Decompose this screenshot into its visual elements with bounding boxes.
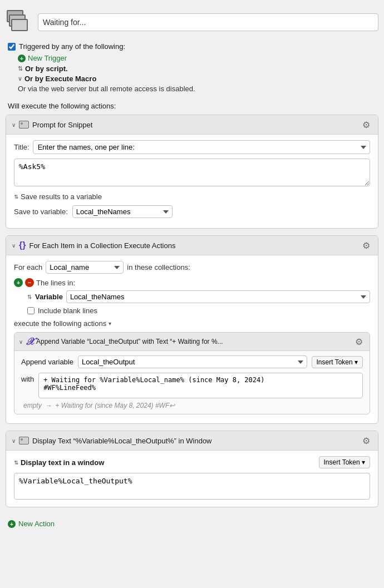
execute-macro-expand-icon: ∨ — [18, 75, 22, 82]
append-variable-icon: 𝒳 — [26, 336, 33, 348]
macro-title-input[interactable] — [38, 13, 378, 31]
action-card-display-text: ∨ Display Text “%Variable%Local_theOutpu… — [6, 431, 378, 507]
collapse-arrow-2[interactable]: ∨ — [12, 243, 16, 249]
variable-row: ⇅ Variable Local_theNames — [27, 290, 370, 303]
title-select[interactable]: Enter the names, one per line: — [33, 140, 370, 154]
for-each-variable-select[interactable]: Local_name — [46, 261, 124, 274]
new-trigger-label: New Trigger — [28, 54, 67, 62]
by-script-label: Or by script. — [25, 65, 68, 73]
the-lines-in-label: The lines in: — [36, 279, 75, 287]
variable-label-bold: Variable — [35, 293, 63, 301]
include-blank-lines-row: Include blank lines — [27, 307, 370, 315]
trigger-header: Triggered by any of the following: — [8, 42, 376, 51]
action-body-for-each: For each Local_name in these collections… — [6, 255, 378, 423]
append-variable-select[interactable]: Local_theOutput — [78, 355, 307, 368]
with-textarea[interactable] — [38, 373, 363, 398]
action-body-prompt-snippet: Title: Enter the names, one per line: ⇅ … — [6, 135, 378, 228]
new-action-row[interactable]: + New Action — [0, 514, 384, 533]
save-results-expand-icon: ⇅ — [14, 194, 18, 200]
display-expand-icon: ⇅ — [14, 459, 18, 466]
nested-action-header-append: ∨ 𝒳 Append Variable “Local_theOutput” wi… — [14, 333, 370, 351]
by-execute-macro-label: Or by Execute Macro — [24, 75, 96, 83]
gear-icon-1: ⚙ — [362, 120, 370, 130]
execute-actions-label: execute the following actions — [14, 319, 106, 328]
title-label: Title: — [14, 143, 29, 151]
for-each-row: For each Local_name in these collections… — [14, 261, 370, 274]
for-each-label: For each — [14, 263, 42, 271]
with-label: with — [21, 373, 34, 383]
preview-empty-label: empty — [23, 402, 42, 409]
action-body-display-text: ⇅ Display text in a window Insert Token … — [6, 451, 378, 507]
new-action-label: New Action — [18, 520, 55, 528]
by-execute-macro-row: ∨ Or by Execute Macro — [18, 75, 376, 83]
gear-icon-3: ⚙ — [362, 436, 370, 446]
preview-row: empty → + Waiting for (since May 8, 2024… — [21, 402, 363, 409]
script-expand-icon: ⇅ — [18, 65, 23, 72]
nested-action-body-append: Append variable Local_theOutput Insert T… — [14, 351, 370, 414]
variable-expand-icon: ⇅ — [27, 294, 32, 300]
save-variable-select[interactable]: Local_theNames — [72, 205, 173, 218]
nested-action-title-append: Append Variable “Local_theOutput” with T… — [36, 338, 350, 345]
gear-icon-2: ⚙ — [362, 240, 370, 251]
insert-token-button-display[interactable]: Insert Token ▾ — [319, 456, 370, 468]
gear-button-2[interactable]: ⚙ — [360, 239, 372, 251]
prompt-snippet-icon — [19, 121, 29, 129]
action-header-display-text: ∨ Display Text “%Variable%Local_theOutpu… — [6, 431, 378, 451]
save-to-label: Save to variable: — [14, 207, 68, 216]
nested-collapse-arrow[interactable]: ∨ — [19, 339, 23, 345]
include-blank-lines-label: Include blank lines — [38, 307, 97, 315]
display-sub-label: Display text in a window — [21, 458, 104, 467]
for-each-icon: {} — [19, 240, 26, 250]
page: Triggered by any of the following: + New… — [0, 0, 384, 588]
save-results-row: ⇅ Save results to a variable — [14, 192, 370, 201]
display-textarea[interactable] — [14, 473, 370, 500]
insert-token-button-nested[interactable]: Insert Token ▾ — [312, 356, 363, 368]
preview-text: + Waiting for (since May 8, 2024) #WF↩ — [55, 402, 175, 409]
execute-dropdown-arrow[interactable]: ▾ — [109, 320, 111, 327]
remove-collection-button[interactable]: − — [25, 278, 34, 287]
append-label: Append variable — [21, 358, 73, 366]
preview-arrow: → — [45, 402, 52, 409]
gear-button-1[interactable]: ⚙ — [360, 118, 372, 131]
snippet-code-area[interactable] — [14, 159, 370, 186]
triggers-checkbox[interactable] — [8, 43, 16, 51]
add-remove-row: + − The lines in: — [14, 278, 370, 287]
new-trigger-row[interactable]: + New Trigger — [18, 54, 376, 62]
action-title-for-each: For Each Item in a Collection Execute Ac… — [29, 241, 357, 250]
action-header-for-each: ∨ {} For Each Item in a Collection Execu… — [6, 236, 378, 255]
by-script-row: ⇅ Or by script. — [18, 65, 376, 73]
action-title-prompt-snippet: Prompt for Snippet — [32, 121, 357, 129]
trigger-header-label: Triggered by any of the following: — [19, 42, 125, 51]
title-field-row: Title: Enter the names, one per line: — [14, 140, 370, 154]
nested-action-card-append: ∨ 𝒳 Append Variable “Local_theOutput” wi… — [14, 332, 370, 414]
action-card-for-each: ∨ {} For Each Item in a Collection Execu… — [6, 235, 378, 424]
triggers-section: Triggered by any of the following: + New… — [0, 39, 384, 100]
collapse-arrow-3[interactable]: ∨ — [12, 438, 16, 444]
append-row: Append variable Local_theOutput Insert T… — [21, 355, 363, 368]
app-icon — [6, 9, 32, 36]
web-server-note: Or via the web server but all remote acc… — [18, 85, 376, 93]
action-card-prompt-snippet: ∨ Prompt for Snippet ⚙ Title: Enter the … — [6, 115, 378, 229]
include-blank-lines-checkbox[interactable] — [27, 307, 35, 314]
execute-actions-row: execute the following actions ▾ — [14, 319, 370, 328]
collapse-arrow-1[interactable]: ∨ — [12, 122, 16, 128]
new-trigger-plus-icon: + — [18, 55, 26, 62]
action-title-display-text: Display Text “%Variable%Local_theOutput%… — [32, 437, 357, 445]
save-to-variable-row: Save to variable: Local_theNames — [14, 205, 370, 218]
action-header-prompt-snippet: ∨ Prompt for Snippet ⚙ — [6, 115, 378, 135]
header — [0, 6, 384, 39]
new-action-plus-icon: + — [8, 520, 16, 528]
save-results-label: Save results to a variable — [21, 192, 102, 201]
gear-button-3[interactable]: ⚙ — [360, 434, 372, 447]
add-collection-button[interactable]: + — [14, 278, 23, 287]
in-collections-label: in these collections: — [127, 263, 190, 271]
will-execute-label: Will execute the following actions: — [0, 100, 384, 115]
variable-dropdown[interactable]: Local_theNames — [66, 290, 370, 303]
display-text-icon — [19, 437, 29, 444]
display-header-row: ⇅ Display text in a window Insert Token … — [14, 456, 370, 468]
gear-icon-nested: ⚙ — [355, 337, 363, 347]
with-row: with — [21, 373, 363, 398]
gear-button-nested[interactable]: ⚙ — [353, 335, 365, 348]
